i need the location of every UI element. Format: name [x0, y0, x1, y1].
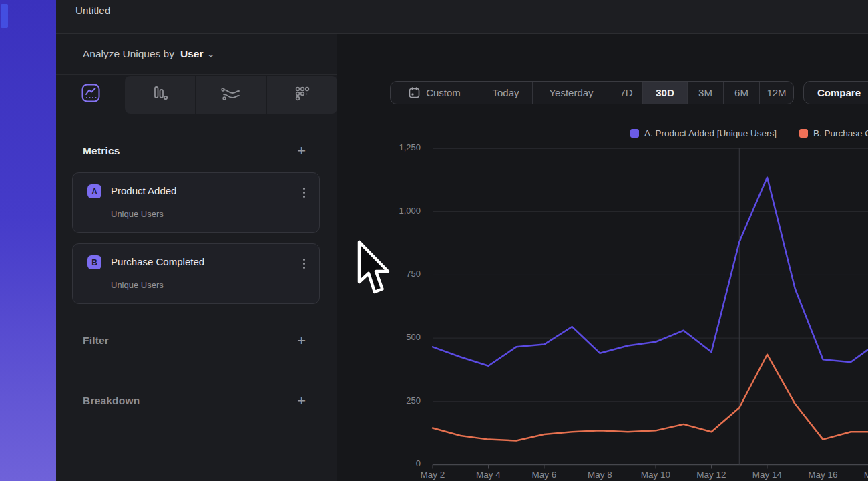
mouse-cursor [357, 240, 390, 296]
line-chart-plot [0, 0, 868, 481]
app-window: Untitled Analyze Uniques by User ⌄ [0, 0, 868, 481]
